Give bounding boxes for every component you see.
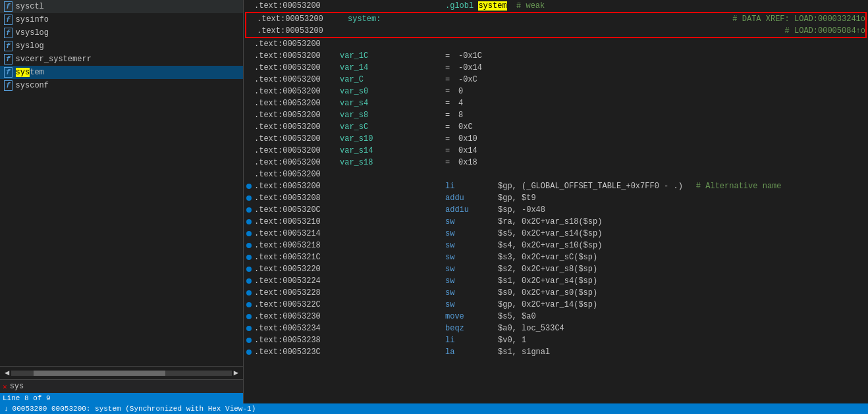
code-addr: .text:00053200 xyxy=(254,51,340,61)
code-value: 0x18 xyxy=(458,158,477,167)
sidebar-item-syslog[interactable]: fsyslog xyxy=(0,39,243,53)
code-equals: = xyxy=(445,63,458,72)
code-operands: $v0, 1 xyxy=(498,336,526,345)
code-area: .text:00053200 .globl system # weak .tex… xyxy=(244,0,868,403)
code-dot xyxy=(246,77,252,82)
func-icon: f xyxy=(4,14,13,25)
code-addr: .text:00053228 xyxy=(254,288,340,298)
sidebar-item-label: system xyxy=(16,68,44,77)
code-equals: = xyxy=(445,134,458,143)
code-instruction: sw xyxy=(445,276,498,286)
code-value: 4 xyxy=(458,99,463,108)
scroll-right-arrow[interactable]: ▶ xyxy=(232,368,240,378)
code-function-label: system: xyxy=(348,14,381,24)
code-addr: .text:0005321C xyxy=(254,253,340,262)
code-line: .text:00053230move$s5, $a0 xyxy=(244,311,868,323)
code-lines-container: .text:00053200system:# DATA XREF: LOAD:0… xyxy=(244,12,868,358)
code-dot xyxy=(246,231,252,236)
red-box-highlight: .text:00053200system:# DATA XREF: LOAD:0… xyxy=(245,12,867,38)
code-value: 0xC xyxy=(458,122,473,132)
code-operands: $sp, -0x48 xyxy=(498,205,545,215)
code-operands: $s4, 0x2C+var_s10($sp) xyxy=(498,241,602,250)
code-instruction: beqz xyxy=(445,324,498,333)
scroll-left-arrow[interactable]: ◀ xyxy=(3,368,11,378)
code-dot xyxy=(246,160,252,165)
code-instruction: sw xyxy=(445,300,498,309)
sidebar-item-vsyslog[interactable]: fvsyslog xyxy=(0,26,243,39)
code-line: .text:00053218sw$s4, 0x2C+var_s10($sp) xyxy=(244,240,868,251)
code-header-line: .text:00053200 .globl system # weak xyxy=(244,0,868,12)
sidebar-item-label: syslog xyxy=(16,41,44,51)
code-comment: # LOAD:00005084↑o xyxy=(785,26,865,36)
code-addr: .text:00053214 xyxy=(254,229,340,238)
code-line: .text:00053200var_C = -0xC xyxy=(244,74,868,86)
sidebar-item-svcerr_systemerr[interactable]: fsvcerr_systemerr xyxy=(0,53,243,66)
sidebar-item-sysctl[interactable]: fsysctl xyxy=(0,0,243,13)
code-var-label: var_s14 xyxy=(340,146,445,155)
code-line: .text:00053200var_s18 = 0x18 xyxy=(244,157,868,168)
code-equals: = xyxy=(445,87,458,96)
sidebar-item-sysconf[interactable]: fsysconf xyxy=(0,79,243,92)
code-addr: .text:00053200 xyxy=(257,26,342,36)
code-scroll[interactable]: .text:00053200 .globl system # weak .tex… xyxy=(244,0,868,403)
code-instruction: addu xyxy=(445,194,498,203)
code-dot xyxy=(246,207,252,213)
sidebar-scrollbar: ◀ ▶ xyxy=(0,366,243,379)
status-text: 00053200 00053200: system (Synchronized … xyxy=(13,405,256,413)
header-addr: .text:00053200 xyxy=(254,1,340,11)
code-addr: .text:00053200 xyxy=(254,170,340,179)
code-operands: $s1, signal xyxy=(498,348,550,357)
code-addr: .text:00053220 xyxy=(254,265,340,274)
code-dot xyxy=(246,124,252,130)
code-operands: $gp, (_GLOBAL_OFFSET_TABLE_+0x7FF0 - .) xyxy=(498,182,683,191)
code-dot xyxy=(246,172,252,177)
code-addr: .text:00053200 xyxy=(254,134,340,143)
code-dot xyxy=(246,338,252,343)
code-dot xyxy=(246,148,252,153)
code-addr: .text:00053200 xyxy=(254,111,340,120)
code-instruction: move xyxy=(445,312,498,321)
code-dot xyxy=(246,53,252,59)
code-line: .text:00053200var_s4 = 4 xyxy=(244,97,868,109)
code-value: 8 xyxy=(458,111,463,120)
func-icon: f xyxy=(4,1,13,12)
code-dot xyxy=(246,326,252,331)
sidebar-item-label: sysconf xyxy=(16,81,49,90)
code-instruction: sw xyxy=(445,229,498,238)
code-line: .text:00053210sw$ra, 0x2C+var_s18($sp) xyxy=(244,216,868,228)
code-equals: = xyxy=(445,111,458,120)
code-instruction: li xyxy=(445,182,498,191)
sidebar-search-input[interactable] xyxy=(10,382,240,391)
code-line: .text:0005320Caddiu$sp, -0x48 xyxy=(244,204,868,216)
code-var-label: var_s0 xyxy=(340,87,445,96)
code-line: .text:00053228sw$s0, 0x2C+var_s0($sp) xyxy=(244,287,868,299)
code-var-label: var_s10 xyxy=(340,134,445,143)
sidebar-item-label: sysctl xyxy=(16,2,44,11)
code-var-label: var_s8 xyxy=(340,111,445,120)
code-value: -0x14 xyxy=(458,63,482,72)
scroll-track[interactable] xyxy=(11,371,232,376)
code-line: .text:00053208addu$gp, $t9 xyxy=(244,192,868,204)
code-addr: .text:00053200 xyxy=(254,182,340,191)
func-icon: f xyxy=(4,54,13,65)
code-dot xyxy=(249,28,254,34)
code-addr: .text:0005322C xyxy=(254,300,340,309)
code-var-label: var_C xyxy=(340,75,445,84)
code-addr: .text:00053200 xyxy=(254,87,340,96)
sidebar-item-sysinfo[interactable]: fsysinfo xyxy=(0,13,243,26)
code-equals: = xyxy=(445,99,458,108)
code-addr: .text:00053200 xyxy=(254,158,340,167)
code-operands: $s5, $a0 xyxy=(498,312,536,321)
code-var-label: var_s4 xyxy=(340,99,445,108)
code-dot xyxy=(246,65,252,70)
code-line: .text:00053200system:# DATA XREF: LOAD:0… xyxy=(246,13,865,25)
sidebar-item-system[interactable]: fsystem xyxy=(0,66,243,79)
code-instruction: sw xyxy=(445,265,498,274)
code-equals: = xyxy=(445,75,458,84)
sidebar-item-label: svcerr_systemerr xyxy=(16,55,92,64)
code-dot xyxy=(246,278,252,284)
code-operands: $ra, 0x2C+var_s18($sp) xyxy=(498,217,602,226)
sidebar-list[interactable]: fsysctlfsysinfofvsyslogfsyslogfsvcerr_sy… xyxy=(0,0,243,366)
code-operands: $a0, loc_533C4 xyxy=(498,324,564,333)
code-addr: .text:00053224 xyxy=(254,276,340,286)
